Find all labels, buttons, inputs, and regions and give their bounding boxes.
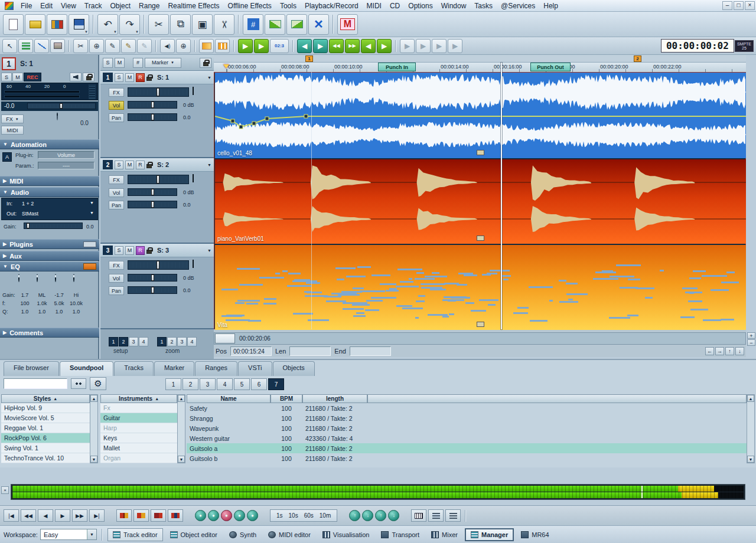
track-volume-slider[interactable] [128,274,177,282]
workspace-select[interactable]: Easy▼ [40,529,97,540]
track-record-button[interactable]: R [136,246,145,255]
menu-offline-effects[interactable]: Offline Effects [224,1,276,11]
menu-file[interactable]: File [17,1,36,11]
setup-3-button[interactable]: 3 [129,337,138,346]
tab-objects[interactable]: Objects [273,361,315,376]
scroll-up-icon[interactable]: ▲ [747,395,754,402]
fade-out-button[interactable] [286,14,307,35]
audio-out-dropdown-icon[interactable]: ▼ [90,211,94,215]
audio-in-dropdown-icon[interactable]: ▼ [90,201,94,205]
menu-help[interactable]: Help [539,1,562,11]
midi-object-vita[interactable]: Vita [215,245,746,330]
tab-vsti[interactable]: VSTi [238,361,272,376]
track-volume-button[interactable]: Vol [109,188,124,197]
track-number[interactable]: 3 [103,246,113,255]
track-menu-icon[interactable]: ▼ [207,163,211,167]
fader-handle[interactable] [60,103,63,109]
slider-handle[interactable] [151,102,154,108]
scroll-right-button[interactable]: → [715,347,724,355]
marker-clear-button[interactable]: ↓ [362,510,373,521]
track-fx-button[interactable]: FX [109,261,124,270]
range-1s-button[interactable]: 1s [276,512,283,519]
list-item[interactable]: Organ [100,453,177,463]
slider-handle[interactable] [151,274,154,281]
range-start-button[interactable]: ◀ [297,39,312,53]
cut-tool-button[interactable]: ✂ [73,39,88,53]
page-5-button[interactable]: 5 [234,378,250,390]
styles-header[interactable]: Styles▲ [1,394,90,403]
inspector-mute-button[interactable]: M [12,73,23,81]
page-7-button[interactable]: 7 [268,378,284,390]
track-menu-icon[interactable]: ▼ [207,248,211,253]
track-header-3[interactable]: 3 S M R S: 3 ▼ FX Vol 0 dB Pan 0.0 [100,244,214,329]
horizontal-scrollbar[interactable]: 00:00:20:06 [214,332,746,345]
zoom-in-button[interactable]: + [747,332,755,339]
export-audio-button[interactable] [47,14,67,35]
fast-forward-button[interactable]: ▶▶ [72,509,87,522]
virtual-keyboard-button[interactable] [411,509,426,522]
object-handle-icon[interactable] [477,322,484,327]
zoom-3-button[interactable]: 3 [177,337,187,346]
fx-dropdown-button[interactable]: FX▼ [1,115,24,123]
scroll-down-button[interactable]: ↓ [735,347,744,355]
slider-handle[interactable] [151,189,154,195]
plugin-value[interactable]: Volume [38,151,94,159]
pointer-tool-button[interactable]: ↖ [2,39,17,53]
table-row-selected[interactable]: Guitsolo a100211680 / Takte: 2 [187,443,747,453]
slider-handle[interactable] [157,88,159,96]
menu-realtime-effects[interactable]: Realtime Effects [164,1,223,11]
color-mode-button[interactable] [199,39,214,53]
maximize-button[interactable]: □ [734,1,744,10]
record-button[interactable]: ● [221,510,232,521]
menu-window[interactable]: Window [437,1,471,11]
zoom-out-button[interactable]: − [747,339,755,346]
list-item[interactable]: Swing Vol. 1 [1,443,90,453]
setup-4-button[interactable]: 4 [139,337,148,346]
paste-button[interactable]: ▣ [192,14,213,35]
range-10m-button[interactable]: 10m [320,512,331,519]
slider-handle[interactable] [157,175,159,184]
track-fx-slider[interactable] [128,260,189,270]
timecode-display[interactable]: 00:00:00:02 [661,39,734,53]
object-mode-button[interactable] [18,39,33,53]
menu-tools[interactable]: Tools [276,1,301,11]
track-solo-button[interactable]: S [115,73,123,82]
midi-section-header[interactable]: ▶MIDI [0,176,99,186]
skip-start-button[interactable]: |◀ [4,509,19,522]
gain-slider[interactable] [24,223,83,229]
counter-badge-button[interactable]: 02:3 [270,39,289,53]
dropdown-icon[interactable]: ▼ [87,529,96,539]
eq-knob-3[interactable] [55,274,56,282]
zoom-1-button[interactable]: 1 [157,337,167,346]
eq-knob-4[interactable] [73,274,74,282]
track-volume-button[interactable]: Vol [109,101,124,110]
tab-soundpool[interactable]: Soundpool [60,361,113,376]
scroll-down-icon[interactable]: ▼ [747,456,754,463]
table-scrollbar[interactable]: ▲ ▼ [747,394,755,463]
pan-knob[interactable] [57,112,58,120]
crossfade-editor-button[interactable]: ✕ [308,14,329,35]
marker-flag-1[interactable]: 1 [305,55,313,62]
page-2-button[interactable]: 2 [183,378,198,390]
play-range-button[interactable]: ▶ [238,39,253,53]
track-pan-button[interactable]: Pan [109,113,124,122]
monitor-button[interactable] [70,73,82,81]
scroll-left-button[interactable]: ← [705,347,714,355]
list-item[interactable]: Reggae Vol. 1 [1,423,90,433]
menu-track[interactable]: Track [80,1,106,11]
slider-handle[interactable] [151,201,154,208]
menu-cd[interactable]: CD [386,1,404,11]
draw-pan-button[interactable]: ✎ [137,39,152,53]
zoom-4-button[interactable]: 4 [187,337,197,346]
tab-ranges[interactable]: Ranges [195,361,237,376]
track-fx-button[interactable]: FX [109,88,124,97]
track-name[interactable]: S: 3 [157,247,169,254]
header-name[interactable]: Name [187,394,271,403]
punch-in-badge[interactable]: Punch In [378,63,416,71]
menu-midi[interactable]: MIDI [363,1,386,11]
track-number[interactable]: 2 [103,160,113,169]
len-value[interactable] [289,346,331,356]
marker-set-button[interactable]: ↑ [349,510,360,521]
save-button[interactable]: ▼ [69,14,89,35]
scroll-up-icon[interactable]: ▲ [90,395,97,402]
